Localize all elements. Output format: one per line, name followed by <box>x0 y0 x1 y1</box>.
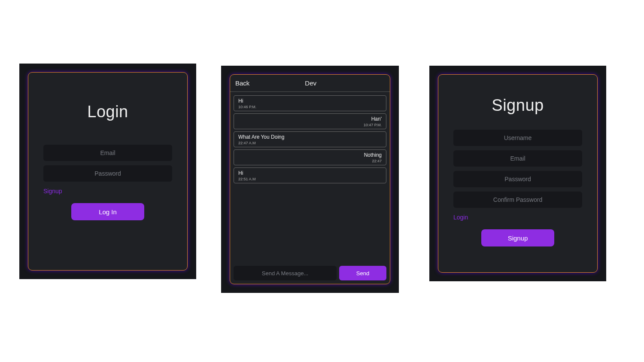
signup-confirm-password-input[interactable] <box>453 192 582 208</box>
send-button[interactable]: Send <box>339 266 386 280</box>
message-input[interactable] <box>234 266 337 280</box>
message-text: Nothing <box>364 152 382 158</box>
chat-input-row: Send <box>230 262 390 284</box>
signup-heading: Signup <box>438 96 597 115</box>
message-timestamp: 10:47 P.M. <box>364 123 382 127</box>
chat-card: Back Dev Hi10:46 P.M.Han'10:47 P.M.What … <box>230 74 390 284</box>
chat-message: Han'10:47 P.M. <box>234 113 386 129</box>
signup-panel: Signup Login Signup <box>429 66 606 281</box>
message-timestamp: 22:51 A.M <box>238 177 256 181</box>
message-timestamp: 22:47 A.M <box>238 141 256 145</box>
chat-message: Hi22:51 A.M <box>234 167 386 183</box>
message-text: Hi <box>238 98 243 104</box>
login-email-input[interactable] <box>43 145 172 161</box>
chat-panel: Back Dev Hi10:46 P.M.Han'10:47 P.M.What … <box>221 66 399 293</box>
login-password-input[interactable] <box>43 165 172 182</box>
login-form: Signup Log In <box>28 145 187 220</box>
signup-password-input[interactable] <box>453 171 582 187</box>
chat-message: What Are You Doing22:47 A.M <box>234 131 386 147</box>
chat-message: Hi10:46 P.M. <box>234 95 386 111</box>
signup-email-input[interactable] <box>453 150 582 167</box>
signup-link[interactable]: Signup <box>43 188 62 195</box>
login-card: Login Signup Log In <box>28 72 188 271</box>
signup-form: Login Signup <box>438 130 597 246</box>
message-timestamp: 10:46 P.M. <box>238 105 256 109</box>
message-text: What Are You Doing <box>238 134 284 140</box>
message-text: Hi <box>238 170 243 176</box>
login-button[interactable]: Log In <box>71 203 144 220</box>
chat-title: Dev <box>237 79 385 87</box>
login-panel: Login Signup Log In <box>19 64 196 279</box>
login-heading: Login <box>28 103 187 121</box>
chat-header: Back Dev <box>230 75 390 92</box>
chat-messages: Hi10:46 P.M.Han'10:47 P.M.What Are You D… <box>230 92 390 262</box>
message-text: Han' <box>371 116 382 122</box>
signup-card: Signup Login Signup <box>438 74 598 273</box>
chat-message: Nothing22:47 <box>234 149 386 165</box>
signup-username-input[interactable] <box>453 130 582 146</box>
login-link[interactable]: Login <box>453 214 468 221</box>
signup-button[interactable]: Signup <box>481 229 554 246</box>
message-timestamp: 22:47 <box>372 159 382 163</box>
